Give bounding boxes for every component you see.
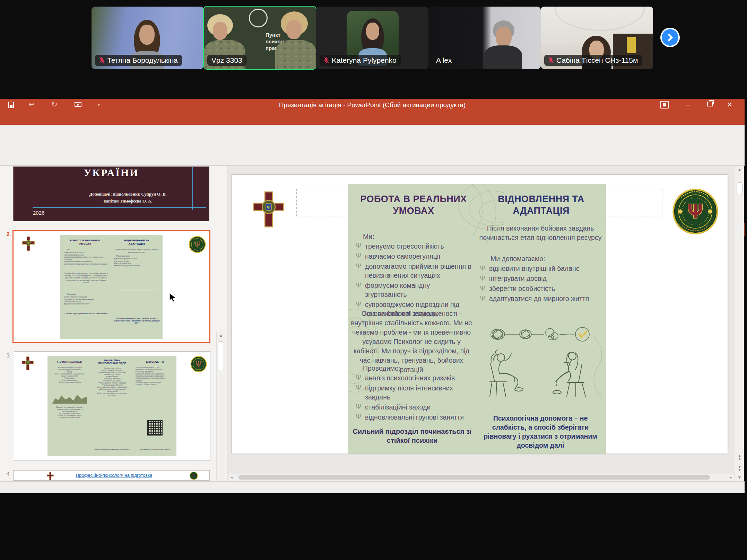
- leaflet-right-intro: Після виконання бойових завдань починаєт…: [479, 224, 602, 242]
- slide1-speakers-2: капітан Тимофєєва О. А.: [55, 199, 201, 204]
- leaflet-bullet-item: підтримку після інтенсивних завдань: [355, 384, 472, 402]
- minimize-button[interactable]: –: [686, 100, 690, 109]
- thumb-line: Ψ після інтенсивних періодів: [50, 381, 89, 384]
- psi-bullet-icon: [355, 384, 362, 402]
- participant-tile-vpz-active-speaker[interactable]: Пунктпсихологпракти Vpz 3303: [204, 7, 316, 69]
- screen: Тетяна Бородулькіна Пунктпсихологпракти …: [0, 0, 747, 560]
- thumb-line: супроводу: [92, 395, 133, 397]
- person-face: [139, 25, 155, 45]
- therapy-session-illustration: [483, 347, 601, 403]
- participant-name-label: Тетяна Бородулькіна: [95, 55, 182, 66]
- participant-tile-alex[interactable]: A lex: [428, 7, 541, 69]
- thumb-bullet: супроводжуємо підрозділи під час виконан…: [64, 263, 108, 265]
- leaflet-graphic[interactable]: РОБОТА В РЕАЛЬНИХУМОВАХ Ми: тренуємо стр…: [348, 184, 606, 454]
- thumbnail-slide-4[interactable]: Ψ Професійно-психологічна підготовка: [13, 470, 210, 481]
- qr-code: [147, 420, 163, 436]
- zoom-video-strip: Тетяна Бородулькіна Пунктпсихологпракти …: [0, 0, 747, 98]
- scroll-left-icon[interactable]: ◄: [230, 476, 233, 479]
- bullet-text: підтримку після інтенсивних завдань: [365, 384, 472, 402]
- chevron-right-icon: [665, 34, 673, 42]
- previous-slide-button[interactable]: ▲▲: [735, 454, 744, 460]
- thumb2-leaflet: РОБОТА В РЕАЛЬНИХУМОВАХ Ми: тренуємо стр…: [60, 235, 163, 339]
- psi-bullet-icon: [479, 274, 486, 283]
- participant-tile-tetyana[interactable]: Тетяна Бородулькіна: [92, 7, 204, 69]
- thumbnail-slide-3[interactable]: Ψ Ψ ХТО МИ Є НАСПРАВДІ Психологічна служ…: [14, 351, 210, 460]
- close-button[interactable]: ×: [727, 100, 732, 110]
- slide1-vertical-line: [192, 167, 193, 210]
- participant-name: Vpz 3303: [211, 56, 242, 64]
- thumbnail-slide-2-selected[interactable]: Ψ Ψ РОБОТА В РЕАЛЬНИХУМОВАХ Ми: тренуємо…: [12, 230, 210, 343]
- leaflet-right-subheading: Ми допомагаємо:: [490, 254, 545, 264]
- participant-name-label: A lex: [432, 55, 456, 66]
- editor-horizontal-scrollbar[interactable]: ◄ ►: [229, 474, 734, 481]
- scroll-right-icon[interactable]: ►: [730, 476, 732, 479]
- shelf-object: [627, 37, 636, 53]
- leaflet-bullet-item: тренуємо стресостійкість: [355, 242, 472, 251]
- window-edge: [745, 99, 747, 493]
- bullet-text: відновлювальні групові заняття: [365, 413, 464, 422]
- thumb-line: супровід у бойових умовах: [136, 384, 174, 386]
- bullet-text: відновити внутрішній баланс: [489, 264, 580, 273]
- psi-bullet-icon: [355, 403, 362, 412]
- participant-name: Kateryna Pylypenko: [332, 56, 397, 64]
- psi-bullet-icon: [355, 413, 362, 422]
- leaflet-bullet-item: зберегти особистість: [479, 284, 601, 293]
- scroll-up-icon[interactable]: ▲: [217, 334, 225, 337]
- scroll-down-icon[interactable]: ▼: [735, 476, 744, 479]
- svg-text:Ψ: Ψ: [196, 360, 202, 369]
- next-page-of-videos-button[interactable]: [660, 28, 680, 47]
- svg-text:Ψ: Ψ: [687, 200, 704, 223]
- slide1-title: УКРАЇНИ: [14, 167, 209, 179]
- tangle-to-check-illustration: [485, 323, 599, 346]
- leaflet-left-title: РОБОТА В РЕАЛЬНИХУМОВАХ: [355, 193, 472, 217]
- thumb-illustration: [115, 276, 157, 290]
- mouse-cursor: [169, 292, 176, 303]
- psi-bullet-icon: [479, 264, 486, 273]
- participant-name-label: Сабіна Тіссен СНз-115м: [544, 55, 642, 66]
- svg-text:Ψ: Ψ: [192, 474, 195, 478]
- psi-emblem-small: Ψ: [190, 472, 198, 480]
- scrollbar-thumb[interactable]: [238, 475, 710, 480]
- ngu-cross-emblem-small: Ψ: [22, 356, 34, 370]
- next-slide-button[interactable]: ▼▼: [735, 465, 744, 472]
- participant-tile-kateryna[interactable]: Kateryna Pylypenko: [316, 7, 428, 69]
- thumbnail-slide-1[interactable]: УКРАЇНИ Доповідачі: підполковник Супрун …: [13, 166, 209, 221]
- thumb-line: людини, не чекаючи кризи: [50, 417, 89, 419]
- leaflet-bullet-item: відновити внутрішній баланс: [479, 264, 601, 273]
- muted-mic-icon: [324, 57, 329, 64]
- participant-name: A lex: [436, 56, 452, 64]
- psi-bullet-icon: [355, 373, 362, 382]
- leaflet-bullet-item: аналіз психологічних ризиків: [355, 373, 472, 382]
- psi-emblem-small: Ψ: [190, 356, 207, 372]
- svg-text:Ψ: Ψ: [27, 361, 29, 364]
- scrollbar-thumb[interactable]: [737, 182, 742, 194]
- slide-number-4: 4: [1, 471, 10, 478]
- muted-mic-icon: [99, 57, 104, 64]
- svg-text:Ψ: Ψ: [194, 240, 200, 249]
- slide-number-3: 3: [1, 352, 10, 359]
- leaflet-bullet-item: інтегрувати досвід: [479, 274, 601, 283]
- bullet-text: аналіз психологічних ризиків: [365, 373, 455, 382]
- slide4-title: Професійно-психологічна підготовка: [55, 473, 173, 478]
- scrollbar-thumb[interactable]: [218, 341, 224, 371]
- psi-bullet-icon: [479, 294, 486, 303]
- muted-mic-icon: [548, 57, 554, 64]
- ribbon-display-options-icon[interactable]: [660, 101, 669, 109]
- restore-button[interactable]: [707, 102, 713, 106]
- person-body: [275, 40, 316, 69]
- leaflet-right-title: ВІДНОВЛЕННЯ ТААДАПТАЦІЯ: [482, 193, 600, 217]
- scroll-up-icon[interactable]: ▲: [735, 168, 744, 171]
- slide1-divider-line: [33, 207, 206, 208]
- wall-emblem: [249, 9, 268, 27]
- slide1-year: 2026: [33, 210, 44, 216]
- psi-bullet-icon: [355, 262, 362, 280]
- participant-tile-sabina[interactable]: Сабіна Тіссен СНз-115м: [541, 7, 653, 69]
- bullet-text: навчаємо саморегуляції: [365, 252, 441, 261]
- ceiling-arc: [555, 7, 645, 31]
- psi-bullet-icon: [355, 281, 362, 299]
- svg-text:Ψ: Ψ: [27, 241, 29, 244]
- editor-vertical-scrollbar[interactable]: ▲ ▲▲ ▼▼ ▼: [735, 166, 744, 481]
- bullet-text: зберегти особистість: [489, 284, 555, 293]
- leaflet-bullet-item: допомагаємо приймати рішення в невизначе…: [355, 262, 472, 280]
- bullet-text: тренуємо стресостійкість: [365, 242, 444, 251]
